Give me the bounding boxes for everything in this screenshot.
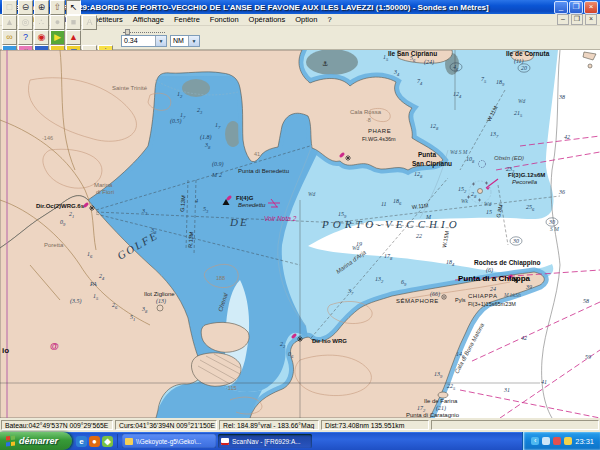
quicklaunch-firefox-icon[interactable]: ● <box>89 436 100 447</box>
chart-label: Wk <box>461 198 469 204</box>
nautical-chart[interactable]: Sainte Trinité·146Marinadi FioriPorettaD… <box>0 50 600 418</box>
close-button[interactable]: × <box>584 1 598 14</box>
new-window-button[interactable]: □ <box>2 0 17 15</box>
quicklaunch-messenger-icon[interactable]: ◆ <box>102 436 113 447</box>
pan-icon: ⇧ <box>54 3 62 12</box>
chart-label: 24 <box>490 286 496 292</box>
mdi-controls: – ❐ × <box>557 14 597 25</box>
chart-label: CHIAPPA <box>468 293 497 299</box>
text-button[interactable]: A <box>82 15 97 30</box>
start-label: démarrer <box>19 436 58 446</box>
chart-label: (0.5) <box>170 118 182 125</box>
task-label: \\Gekoyote-g5\Geko\... <box>136 438 201 445</box>
chart-label: 38 <box>558 94 565 100</box>
chart-label: Obstn (ED) <box>494 155 524 161</box>
zoom-out-button[interactable]: ⊖ <box>18 0 33 15</box>
chart-label: PORTO-VECCHIO <box>321 218 461 230</box>
chart-label: Fl(3+1)15s65m23M <box>468 301 516 307</box>
chart-label: (1.8) <box>200 134 212 141</box>
status-boat-position: Bateau:042°49'537N 009°29'565E <box>1 420 113 430</box>
chart-label: 42 <box>564 134 570 140</box>
new-window-icon: □ <box>7 3 12 12</box>
polygon-icon: ■ <box>71 18 76 27</box>
chart-label: di Fiori <box>96 189 114 195</box>
chart-label: Pecorella <box>512 179 538 185</box>
chart-label: (6) <box>486 267 493 274</box>
chart-label: 188 <box>216 275 225 281</box>
menu-item-option[interactable]: Option <box>290 15 322 24</box>
chart-label: Cala Rossa <box>350 109 382 115</box>
chart-label: (13) <box>156 298 166 305</box>
system-tray: ‹ 23:31 <box>522 432 600 450</box>
unit-value: NM <box>171 37 188 44</box>
chevron-down-icon[interactable]: ▼ <box>155 36 166 46</box>
goto-button[interactable]: ▶ <box>50 30 65 45</box>
scale-slider[interactable] <box>121 29 167 35</box>
minimize-button[interactable]: _ <box>554 1 568 14</box>
pan-button[interactable]: ⇧ <box>50 0 65 15</box>
task-label: ScanNav - [FR6929:A... <box>232 438 301 445</box>
ellipse-button[interactable]: ● <box>50 15 65 30</box>
track-button[interactable]: ∴ <box>34 15 49 30</box>
goto-icon: ▶ <box>54 33 61 42</box>
chart-label: ⚓ <box>322 60 328 68</box>
select-button[interactable]: ↖ <box>66 0 81 15</box>
tray-display-icon[interactable] <box>542 437 550 445</box>
chart-label: Sainte Trinité <box>112 85 148 91</box>
taskbar: démarrer e●◆ \\Gekoyote-g5\Geko\...ScanN… <box>0 432 600 450</box>
chart-label: Punta di Benedettu <box>238 168 289 174</box>
menu-item-fonction[interactable]: Fonction <box>205 15 244 24</box>
scannav-window: ScanNav - [FR6929:ABORDS DE PORTO-VECCHI… <box>0 0 600 450</box>
menu-item-?[interactable]: ? <box>322 15 336 24</box>
mdi-restore-button[interactable]: ❐ <box>571 14 583 25</box>
chart-label: Roches de Chiappino <box>474 259 540 267</box>
tray-volume-icon[interactable] <box>564 437 572 445</box>
shoal-patch <box>182 79 210 97</box>
center-boat-button[interactable]: ◉ <box>34 30 49 45</box>
chart-label: SÉMAPHORE <box>396 298 439 304</box>
scale-combo[interactable]: 0.34 ▼ <box>121 35 167 47</box>
zoom-in-icon: ⊕ <box>38 3 46 12</box>
chart-label: Poretta <box>44 242 64 248</box>
info-button[interactable]: ? <box>18 30 33 45</box>
taskbar-task-scannav[interactable]: ScanNav - [FR6929:A... <box>218 434 312 448</box>
chart-label: Pyls <box>455 297 466 303</box>
taskbar-task-folder[interactable]: \\Gekoyote-g5\Geko\... <box>122 434 216 448</box>
menu-item-oprations[interactable]: Opérations <box>244 15 291 24</box>
tray-hide-icon[interactable]: ‹ <box>531 437 539 445</box>
chart-label: Benedettu <box>238 202 266 208</box>
chart-label: 11 <box>381 201 387 207</box>
chart-area[interactable]: Sainte Trinité·146Marinadi FioriPorettaD… <box>0 50 600 418</box>
zoom-in-button[interactable]: ⊕ <box>34 0 49 15</box>
start-button[interactable]: démarrer <box>0 432 72 450</box>
chart-label: DE <box>229 216 249 228</box>
waypoint-button[interactable]: ◎ <box>18 15 33 30</box>
chart-label: Ile de Cornuta <box>506 50 550 57</box>
menu-item-fentre[interactable]: Fenêtre <box>169 15 205 24</box>
status-cursor-position: Curs:041°36'394N 009°21'150E <box>115 420 217 430</box>
unit-combo[interactable]: NM ▼ <box>170 35 200 47</box>
chart-label: (11) <box>514 58 524 65</box>
route-new-button[interactable]: ▲ <box>2 15 17 30</box>
chart-label: Punta di a Chiappa <box>458 274 531 283</box>
chart-label: 20 <box>521 65 527 71</box>
mdi-minimize-button[interactable]: – <box>557 14 569 25</box>
restore-button[interactable]: ❐ <box>569 1 583 14</box>
chart-label: Wd <box>308 191 316 197</box>
chart-label: ·115 <box>226 385 237 391</box>
lights-button[interactable]: ▲ <box>66 30 81 45</box>
mdi-close-button[interactable]: × <box>585 14 597 25</box>
search-button[interactable]: ∞ <box>2 30 17 45</box>
menu-item-affichage[interactable]: Affichage <box>128 15 169 24</box>
scannav-icon <box>221 438 229 445</box>
polygon-button[interactable]: ■ <box>66 15 81 30</box>
chart-label: 39 <box>525 284 532 290</box>
tray-alert-icon[interactable] <box>553 437 561 445</box>
status-bearing: Rel: 184.89°vrai - 183.66°Mag <box>219 420 319 430</box>
chart-label: Wd <box>518 98 526 104</box>
quicklaunch-ie-icon[interactable]: e <box>76 436 87 447</box>
chevron-down-icon[interactable]: ▼ <box>188 36 199 46</box>
chart-label: Fl(4)G <box>236 195 254 201</box>
chart-label: 42 <box>521 335 527 341</box>
chart-label: S M <box>550 226 559 232</box>
